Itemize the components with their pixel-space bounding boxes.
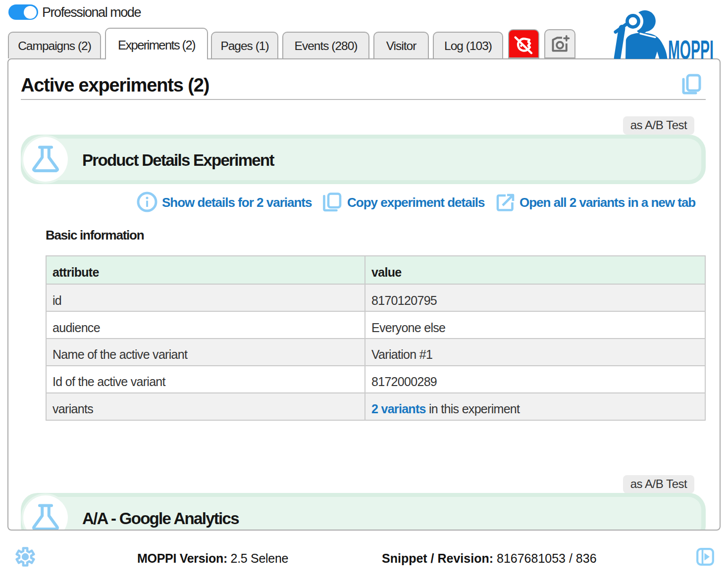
svg-text:MOPPI: MOPPI — [668, 35, 714, 59]
